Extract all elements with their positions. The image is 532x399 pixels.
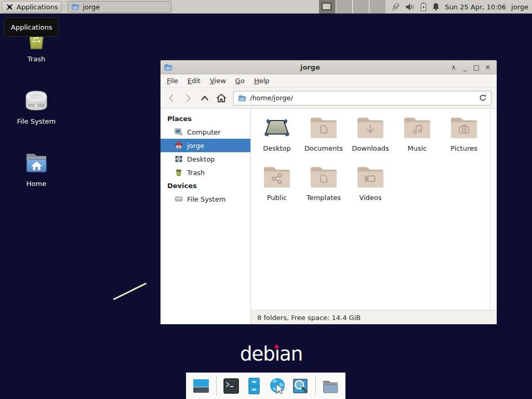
notification-bell-icon[interactable] <box>432 2 440 11</box>
shade-button[interactable]: ∧ <box>448 61 459 73</box>
file-cabinet-icon[interactable] <box>244 376 264 396</box>
file-item-desktop[interactable]: Desktop <box>254 113 300 163</box>
trash-small-icon <box>175 168 183 177</box>
applications-menu-icon <box>5 3 14 11</box>
desktop-icon-label: Home <box>26 180 46 188</box>
file-label: Desktop <box>263 144 291 152</box>
menu-go[interactable]: Go <box>231 75 249 86</box>
file-item-public[interactable]: Public <box>254 163 300 212</box>
dock-panel <box>186 373 345 399</box>
sidebar-item-desktop[interactable]: Desktop <box>161 152 250 166</box>
file-item-downloads[interactable]: Downloads <box>347 113 394 163</box>
public-folder-icon <box>262 165 291 189</box>
panel-username: jorge <box>511 3 528 11</box>
forward-button[interactable] <box>180 90 196 106</box>
file-label: Downloads <box>352 144 389 152</box>
close-button[interactable]: ✕ <box>482 61 494 73</box>
window-titlebar[interactable]: jorge ∧ _ □ ✕ <box>161 60 497 74</box>
sidebar: Places Computer <box>161 109 251 324</box>
window-folder-icon <box>164 63 172 72</box>
workspace-2[interactable] <box>336 0 352 14</box>
desktop-icon-home[interactable]: Home <box>5 149 68 188</box>
vertical-scrollbar[interactable] <box>490 109 497 310</box>
file-label: Documents <box>304 144 343 152</box>
show-desktop-icon[interactable] <box>191 376 211 396</box>
folder-icon[interactable] <box>321 376 341 396</box>
desktop-icon-label: Trash <box>28 55 45 63</box>
system-tray <box>391 2 440 12</box>
debian-logo: debıan <box>230 343 313 365</box>
window-controls: ∧ _ □ ✕ <box>448 61 494 73</box>
file-item-documents[interactable]: Documents <box>300 113 347 163</box>
file-item-videos[interactable]: Videos <box>347 163 394 212</box>
back-button[interactable] <box>164 90 179 106</box>
taskbar-folder-icon <box>71 3 79 11</box>
sidebar-item-computer[interactable]: Computer <box>161 125 250 139</box>
drive-small-icon <box>175 195 183 203</box>
up-button[interactable] <box>197 90 212 106</box>
music-folder-icon <box>403 116 432 140</box>
sidebar-item-label: Computer <box>187 128 221 136</box>
file-label: Videos <box>359 194 381 202</box>
volume-icon[interactable] <box>405 3 415 11</box>
taskbar-window-button[interactable]: jorge <box>68 1 171 12</box>
statusbar: 8 folders, Free space: 14.4 GiB <box>251 310 497 324</box>
workspace-1[interactable] <box>319 0 336 14</box>
sidebar-item-trash[interactable]: Trash <box>161 166 250 179</box>
pictures-folder-icon <box>449 116 478 140</box>
dock-separator <box>216 376 217 396</box>
tray-tool-icon[interactable] <box>391 2 401 12</box>
sidebar-item-file-system[interactable]: File System <box>161 192 250 206</box>
workspace-3[interactable] <box>352 0 369 14</box>
reload-icon[interactable] <box>479 94 487 102</box>
window-content: Places Computer <box>161 109 497 324</box>
app-finder-icon[interactable] <box>290 376 311 396</box>
menu-view[interactable]: View <box>206 75 230 86</box>
workspace-window-preview <box>322 3 331 10</box>
minimize-button[interactable]: _ <box>459 61 471 73</box>
sidebar-item-jorge[interactable]: jorge <box>161 139 250 152</box>
places-header: Places <box>161 112 250 125</box>
applications-menu-button[interactable]: Applications <box>2 1 61 12</box>
sidebar-item-label: jorge <box>187 142 204 150</box>
file-item-pictures[interactable]: Pictures <box>441 113 487 163</box>
file-grid: Desktop <box>251 109 490 310</box>
file-item-music[interactable]: Music <box>394 113 441 163</box>
menu-help[interactable]: Help <box>250 75 274 86</box>
location-bar[interactable]: /home/jorge/ <box>233 91 491 105</box>
wallpaper-line-decoration <box>113 283 147 300</box>
window-title: jorge <box>172 63 448 71</box>
workspace-4[interactable] <box>369 0 385 14</box>
panel-clock[interactable]: Sun 25 Apr, 10:06 <box>445 3 506 11</box>
maximize-button[interactable]: □ <box>471 61 482 73</box>
path-folder-icon <box>238 94 246 102</box>
toolbar: /home/jorge/ <box>161 88 497 109</box>
battery-icon[interactable] <box>420 2 427 11</box>
menu-edit[interactable]: Edit <box>183 75 205 86</box>
file-label: Music <box>408 144 427 152</box>
workspace-switcher <box>319 0 385 14</box>
file-item-templates[interactable]: Templates <box>300 163 347 212</box>
file-label: Public <box>267 194 287 202</box>
statusbar-text: 8 folders, Free space: 14.4 GiB <box>257 314 361 322</box>
desktop-icon-label: File System <box>17 117 56 125</box>
documents-folder-icon <box>309 116 338 140</box>
desktop-icon-file-system[interactable]: File System <box>5 86 68 125</box>
home-folder-icon <box>22 149 50 177</box>
menu-file[interactable]: File <box>163 75 182 86</box>
path-text[interactable]: /home/jorge/ <box>250 94 293 102</box>
home-button[interactable] <box>214 90 229 106</box>
applications-menu-label: Applications <box>17 3 58 11</box>
desktop-small-icon <box>175 155 183 163</box>
home-icon <box>175 141 183 150</box>
hard-drive-icon <box>22 86 51 114</box>
videos-folder-icon <box>356 165 385 189</box>
downloads-folder-icon <box>356 116 385 140</box>
sidebar-item-label: Desktop <box>187 155 215 163</box>
terminal-icon[interactable] <box>221 376 241 396</box>
web-browser-icon[interactable] <box>268 376 288 396</box>
panel-handle[interactable]: ⋮ <box>61 1 66 12</box>
top-panel: Applications ⋮ jorge <box>0 0 532 14</box>
debian-logo-diamond: ı <box>275 343 280 365</box>
sidebar-item-label: Trash <box>187 169 205 177</box>
